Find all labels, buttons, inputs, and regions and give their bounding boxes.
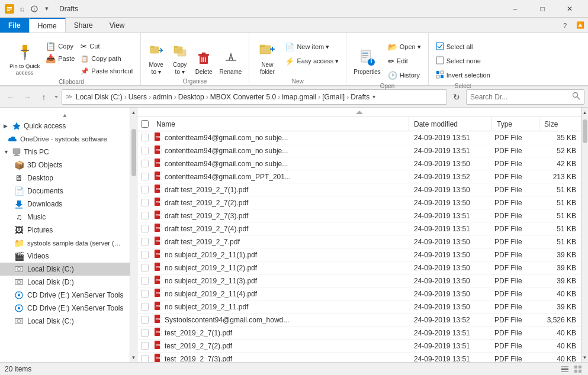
file-scroll-down[interactable]: ▼ — [581, 353, 588, 362]
row-check[interactable] — [137, 342, 152, 350]
row-check[interactable] — [137, 186, 152, 193]
properties-quick-icon[interactable]: i — [29, 4, 40, 14]
ribbon-collapse-icon[interactable]: 🔼 — [573, 18, 588, 33]
path-part-2[interactable]: admin — [153, 93, 172, 101]
search-icon[interactable] — [572, 92, 580, 102]
history-button[interactable]: 🕑 History — [385, 69, 423, 82]
path-part-3[interactable]: Desktop — [178, 93, 204, 101]
large-icons-view-button[interactable] — [573, 364, 583, 374]
path-part-5[interactable]: imap.gmail — [282, 93, 316, 101]
row-check[interactable] — [137, 277, 152, 285]
up-button[interactable]: ↑ — [37, 90, 51, 104]
sidebar-item-music[interactable]: ♫ Music — [0, 211, 130, 224]
sidebar-scroll-thumb[interactable] — [131, 129, 136, 176]
select-all-button[interactable]: Select all — [433, 40, 493, 53]
table-row[interactable]: PDF draft test_2019_2_7(4).pdf 24-09-201… — [137, 222, 581, 235]
tab-view[interactable]: View — [101, 18, 133, 33]
table-row[interactable]: PDF draft test_2019_2_7(1).pdf 24-09-201… — [137, 183, 581, 196]
table-row[interactable]: PDF test_2019_2_7(2).pdf 24-09-2019 13:5… — [137, 340, 581, 353]
paste-button[interactable]: 📥 Paste — [43, 53, 77, 64]
row-check[interactable] — [137, 147, 152, 154]
delete-button[interactable]: Delete — [193, 38, 215, 77]
close-button[interactable]: ✕ — [556, 0, 583, 18]
path-part-6[interactable]: [Gmail] — [322, 93, 345, 101]
sidebar-item-documents[interactable]: 📄 Documents — [0, 185, 130, 198]
col-header-name[interactable]: Name — [152, 117, 409, 131]
select-none-button[interactable]: Select none — [433, 54, 493, 67]
row-check[interactable] — [137, 290, 152, 298]
row-check[interactable] — [137, 316, 152, 324]
table-row[interactable]: PDF contentteam94@gmail.com_no subje... … — [137, 144, 581, 157]
file-scroll-thumb[interactable] — [583, 119, 587, 143]
path-part-0[interactable]: Local Disk (C:) — [76, 93, 123, 101]
table-row[interactable]: PDF contentteam94@gmail.com_no subje... … — [137, 131, 581, 144]
rename-button[interactable]: Rename — [217, 38, 245, 77]
sidebar-scroll-up[interactable]: ▲ — [130, 108, 137, 117]
open-button[interactable]: 📂 Open ▾ — [385, 40, 423, 53]
copy-path-button[interactable]: 📋 Copy path — [78, 53, 135, 64]
easy-access-button[interactable]: ⚡ Easy access ▾ — [282, 54, 341, 67]
refresh-button[interactable]: ↻ — [449, 90, 464, 104]
row-check[interactable] — [137, 264, 152, 271]
search-input[interactable] — [470, 93, 570, 101]
sidebar-item-onedrive[interactable]: OneDrive - systools software — [0, 132, 130, 146]
move-to-button[interactable]: Moveto ▾ — [146, 38, 167, 77]
sidebar-scrollbar[interactable]: ▲ ▼ — [130, 108, 137, 362]
table-row[interactable]: PDF draft test_2019_2_7(3).pdf 24-09-201… — [137, 209, 581, 222]
table-row[interactable]: PDF no subject_2019_2_11(3).pdf 24-09-20… — [137, 274, 581, 287]
invert-selection-button[interactable]: Invert selection — [433, 69, 493, 82]
row-check[interactable] — [137, 238, 152, 245]
tab-home[interactable]: Home — [29, 18, 66, 33]
new-item-button[interactable]: 📄 New item ▾ — [282, 40, 341, 53]
cut-button[interactable]: ✂ Cut — [78, 40, 135, 52]
copy-to-button[interactable]: Copyto ▾ — [169, 38, 191, 77]
file-scrollbar[interactable]: ▲ ▼ — [581, 108, 588, 362]
sidebar-this-pc[interactable]: ▼ This PC — [0, 146, 130, 159]
details-view-button[interactable] — [560, 364, 570, 374]
recent-locations-button[interactable] — [53, 94, 59, 100]
table-row[interactable]: PDF no subject_2019_2_11(2).pdf 24-09-20… — [137, 261, 581, 274]
undo-icon[interactable]: ⎌ — [17, 4, 27, 14]
file-pane-collapse[interactable] — [137, 108, 581, 117]
path-part-4[interactable]: MBOX Converter 5.0 — [210, 93, 276, 101]
table-row[interactable]: PDF draft test_2019_2_7(2).pdf 24-09-201… — [137, 196, 581, 209]
col-header-size[interactable]: Size — [539, 117, 581, 131]
table-row[interactable]: PDF Systoolscontent94@gmail.com_howd... … — [137, 313, 581, 326]
back-button[interactable]: ← — [4, 90, 18, 104]
table-row[interactable]: PDF no subject_2019_2_11.pdf 24-09-2019 … — [137, 300, 581, 313]
sidebar-scroll-down[interactable]: ▼ — [130, 353, 137, 362]
pin-to-quick-access-button[interactable]: Pin to Quickaccess — [7, 38, 42, 77]
table-row[interactable]: PDF test_2019_2_7(1).pdf 24-09-2019 13:5… — [137, 326, 581, 340]
edit-button[interactable]: ✏ Edit — [385, 54, 423, 67]
sidebar-item-cde2[interactable]: CD Drive (E:) XenServer Tools — [0, 302, 130, 315]
tab-share[interactable]: Share — [66, 18, 101, 33]
sidebar-item-locald[interactable]: Local Disk (D:) — [0, 276, 130, 289]
search-box[interactable] — [466, 89, 584, 105]
address-path[interactable]: ≫ Local Disk (C:) › Users › admin › Desk… — [62, 89, 447, 105]
table-row[interactable]: PDF draft test_2019_2_7.pdf 24-09-2019 1… — [137, 235, 581, 248]
table-row[interactable]: PDF contentteam94@gmail.com_no subje... … — [137, 157, 581, 170]
table-row[interactable]: PDF no subject_2019_2_11(1).pdf 24-09-20… — [137, 248, 581, 261]
paste-shortcut-button[interactable]: 📌 Paste shortcut — [78, 65, 135, 77]
table-row[interactable]: PDF contentteam94@gmail.com_PPT_201... 2… — [137, 170, 581, 183]
sidebar-item-localc[interactable]: Local Disk (C:) — [0, 263, 130, 276]
sidebar-collapse[interactable]: ▲ — [0, 110, 130, 119]
row-check[interactable] — [137, 173, 152, 180]
row-check[interactable] — [137, 251, 152, 258]
select-all-checkbox[interactable] — [141, 120, 149, 128]
col-header-type[interactable]: Type — [492, 117, 539, 131]
table-row[interactable]: PDF test_2019_2_7(3).pdf 24-09-2019 13:5… — [137, 353, 581, 362]
path-part-1[interactable]: Users — [128, 93, 147, 101]
row-check[interactable] — [137, 303, 152, 311]
sidebar-item-pictures[interactable]: 🖼 Pictures — [0, 224, 130, 237]
file-scroll-up[interactable]: ▲ — [581, 108, 588, 117]
ribbon-help-icon[interactable]: ? — [557, 18, 573, 33]
sidebar-item-downloads[interactable]: Downloads — [0, 198, 130, 211]
sidebar-item-cde1[interactable]: CD Drive (E:) XenServer Tools — [0, 289, 130, 302]
header-check[interactable] — [137, 120, 152, 128]
col-header-modified[interactable]: Date modified — [409, 117, 492, 131]
forward-button[interactable]: → — [20, 90, 34, 104]
row-check[interactable] — [137, 199, 152, 206]
sidebar-item-videos[interactable]: 🎬 Videos — [0, 250, 130, 263]
address-dropdown-icon[interactable]: ▾ — [372, 93, 375, 100]
